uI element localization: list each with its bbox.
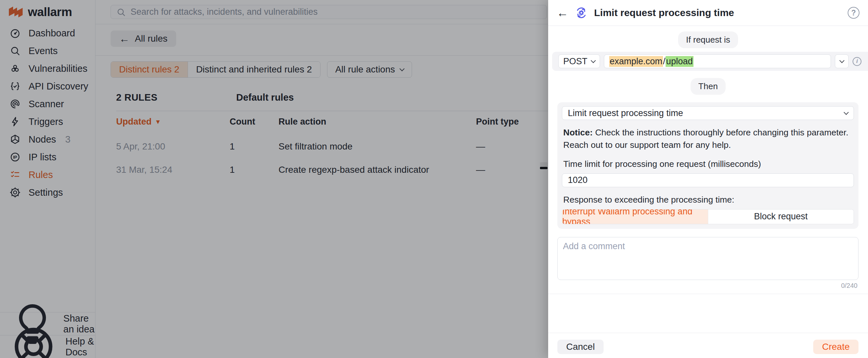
drawer-back-button[interactable]: ← bbox=[557, 7, 568, 19]
create-button[interactable]: Create bbox=[813, 339, 859, 354]
comment-counter: 0/240 bbox=[548, 282, 858, 290]
uri-expand-button[interactable] bbox=[835, 55, 849, 68]
cancel-button[interactable]: Cancel bbox=[557, 339, 603, 354]
response-toggle: Interrupt Wallarm processing and bypass … bbox=[562, 209, 854, 224]
time-limit-input[interactable] bbox=[568, 175, 848, 185]
rule-action-value: Limit request processing time bbox=[568, 108, 683, 118]
comment-field bbox=[557, 237, 859, 280]
uri-input[interactable]: example.com/upload bbox=[604, 55, 831, 68]
option-interrupt-bypass[interactable]: Interrupt Wallarm processing and bypass bbox=[562, 209, 708, 224]
drawer-footer: Cancel Create bbox=[548, 333, 868, 358]
condition-row: POST example.com/upload i bbox=[552, 52, 868, 71]
chevron-down-icon bbox=[844, 109, 849, 115]
rule-action-select[interactable]: Limit request processing time bbox=[562, 106, 854, 120]
uri-path-token: upload bbox=[665, 56, 693, 67]
uri-separator: / bbox=[663, 56, 665, 67]
response-label: Response to exceeding the processing tim… bbox=[562, 195, 854, 205]
info-icon[interactable]: i bbox=[852, 57, 862, 66]
method-select[interactable]: POST bbox=[558, 55, 600, 68]
uri-host-token: example.com bbox=[609, 56, 663, 67]
notice-text: Notice: Check the instructions thoroughl… bbox=[562, 126, 854, 152]
app-root: wallarm Dashboard Events Vulnerabilities… bbox=[0, 0, 868, 358]
method-value: POST bbox=[563, 56, 588, 67]
chevron-down-icon bbox=[839, 58, 844, 63]
rule-drawer-panel: ← Limit request processing time ? If req… bbox=[548, 0, 868, 358]
rule-gear-sync-icon bbox=[575, 6, 588, 19]
option-block-request[interactable]: Block request bbox=[708, 209, 854, 224]
notice-label: Notice: bbox=[563, 128, 593, 137]
drawer-header: ← Limit request processing time ? bbox=[548, 0, 868, 26]
time-limit-field bbox=[562, 173, 854, 187]
then-pill: Then bbox=[690, 78, 725, 95]
drawer-title: Limit request processing time bbox=[594, 7, 734, 19]
time-limit-label: Time limit for processing one request (m… bbox=[562, 159, 854, 169]
help-icon[interactable]: ? bbox=[848, 7, 860, 19]
modal-overlay[interactable] bbox=[0, 0, 548, 358]
if-request-is-pill: If request is bbox=[678, 31, 738, 48]
comment-textarea[interactable] bbox=[563, 241, 853, 276]
chevron-down-icon bbox=[590, 58, 596, 63]
rule-form-card: Limit request processing time Notice: Ch… bbox=[557, 102, 859, 229]
